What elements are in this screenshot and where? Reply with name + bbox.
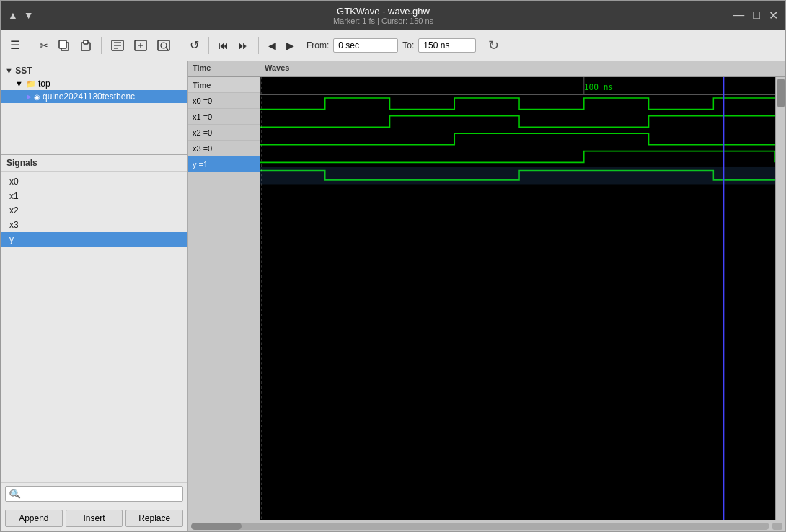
wave-signal-x2[interactable]: x2 =0 xyxy=(188,125,260,141)
right-scrollbar[interactable] xyxy=(775,77,785,520)
menu-button[interactable]: ☰ xyxy=(6,36,24,54)
folder-icon: 📁 xyxy=(26,79,36,89)
main-window: ▲ ▼ GTKWave - wave.ghw Marker: 1 fs | Cu… xyxy=(0,0,786,532)
signal-item-x3[interactable]: x3 xyxy=(1,218,187,232)
titlebar-left: ▲ ▼ xyxy=(8,9,34,21)
signal-item-y[interactable]: y xyxy=(1,232,187,247)
time-range: From: To: ↻ xyxy=(306,35,503,56)
action-buttons: Append Insert Replace xyxy=(1,505,187,531)
append-button[interactable]: Append xyxy=(5,510,63,527)
svg-point-12 xyxy=(161,43,167,48)
module-icon: ◉ xyxy=(34,93,40,101)
wave-signal-x1[interactable]: x1 =0 xyxy=(188,109,260,125)
toolbar: ☰ ✂ ↺ ⏮ ⏭ ◀ ▶ From: To: ↻ xyxy=(1,30,785,61)
wave-signal-x3[interactable]: x3 =0 xyxy=(188,141,260,156)
signals-section: Signals x0 x1 x2 x3 y Append Insert Repl… xyxy=(1,155,187,531)
prev-button[interactable]: ◀ xyxy=(265,37,280,53)
search-input[interactable] xyxy=(5,486,183,502)
sst-section: ▼ SST ▼ 📁 top ▶ ◉ quine20241130testbenc xyxy=(1,61,187,155)
signal-item-x1[interactable]: x1 xyxy=(1,189,187,203)
waveform-canvas[interactable]: 100 ns xyxy=(260,77,775,520)
zoom-range-button[interactable] xyxy=(131,37,151,53)
svg-line-13 xyxy=(166,48,168,50)
titlebar: ▲ ▼ GTKWave - wave.ghw Marker: 1 fs | Cu… xyxy=(1,1,785,30)
svg-text:100 ns: 100 ns xyxy=(584,81,613,92)
main-content: ▼ SST ▼ 📁 top ▶ ◉ quine20241130testbenc xyxy=(1,61,785,531)
next-button[interactable]: ▶ xyxy=(283,37,298,53)
sst-item-quine-label: quine20241130testbenc xyxy=(43,92,135,102)
folder-open-icon: ▼ xyxy=(15,79,23,88)
minimize-button[interactable]: — xyxy=(733,9,744,22)
insert-button[interactable]: Insert xyxy=(66,510,123,527)
svg-rect-3 xyxy=(84,40,88,44)
undo-button[interactable]: ↺ xyxy=(186,36,203,54)
wave-signal-y[interactable]: y =1 xyxy=(188,156,260,172)
paste-button[interactable] xyxy=(76,37,95,53)
toolbar-sep-4 xyxy=(208,37,209,54)
waveform-svg: 100 ns xyxy=(260,77,775,520)
wave-header-row: Time Waves xyxy=(188,61,785,77)
module-arrow-icon: ▶ xyxy=(27,93,32,100)
sst-item-top[interactable]: ▼ 📁 top xyxy=(1,77,187,90)
hscroll-bar xyxy=(188,520,785,531)
sst-item-quine[interactable]: ▶ ◉ quine20241130testbenc xyxy=(1,90,187,103)
window-title: GTKWave - wave.ghw xyxy=(337,6,430,17)
zoom-fit-button[interactable] xyxy=(107,37,128,53)
corner-box xyxy=(772,523,782,530)
replace-button[interactable]: Replace xyxy=(125,510,183,527)
svg-rect-18 xyxy=(260,167,775,185)
titlebar-up-arrow[interactable]: ▲ xyxy=(8,9,18,21)
titlebar-down-arrow[interactable]: ▼ xyxy=(24,9,34,21)
wave-signal-x0[interactable]: x0 =0 xyxy=(188,93,260,109)
sst-item-top-label: top xyxy=(38,79,50,89)
vscroll-thumb[interactable] xyxy=(777,79,785,107)
toolbar-sep-3 xyxy=(180,37,180,54)
copy-button[interactable] xyxy=(55,37,74,53)
hscroll-thumb[interactable] xyxy=(191,523,242,530)
svg-rect-1 xyxy=(59,40,66,48)
from-input[interactable] xyxy=(333,38,398,53)
waves-col-header: Waves xyxy=(260,61,785,76)
titlebar-controls: — □ ✕ xyxy=(733,9,778,22)
last-button[interactable]: ⏭ xyxy=(235,37,252,53)
from-label: From: xyxy=(306,40,329,50)
wave-signal-time-header: Time xyxy=(188,77,260,93)
zoom-cursor-button[interactable] xyxy=(154,37,174,53)
hscroll-track[interactable] xyxy=(191,523,769,530)
to-input[interactable] xyxy=(418,38,476,53)
signals-header: Signals xyxy=(1,155,187,172)
first-button[interactable]: ⏮ xyxy=(215,37,232,53)
signal-item-x0[interactable]: x0 xyxy=(1,174,187,189)
search-bar xyxy=(1,482,187,505)
toolbar-sep-5 xyxy=(258,37,259,54)
reload-button[interactable]: ↻ xyxy=(485,35,503,56)
signal-item-x2[interactable]: x2 xyxy=(1,203,187,218)
titlebar-center: GTKWave - wave.ghw Marker: 1 fs | Cursor… xyxy=(333,6,433,25)
close-button[interactable]: ✕ xyxy=(769,9,778,22)
signals-col-header: Time xyxy=(188,61,260,76)
toolbar-sep-2 xyxy=(101,37,102,54)
signals-list: x0 x1 x2 x3 y xyxy=(1,172,187,482)
wave-signals-col: Time x0 =0 x1 =0 x2 =0 x3 =0 y =1 xyxy=(188,77,260,520)
window-subtitle: Marker: 1 fs | Cursor: 150 ns xyxy=(333,17,433,25)
cut-button[interactable]: ✂ xyxy=(36,37,52,53)
wave-grid: Time x0 =0 x1 =0 x2 =0 x3 =0 y =1 100 ns xyxy=(188,77,785,520)
toolbar-sep-1 xyxy=(30,37,30,54)
waveform-section: Time Waves Time x0 =0 x1 =0 x2 =0 x3 =0 … xyxy=(188,61,785,531)
maximize-button[interactable]: □ xyxy=(753,9,760,22)
left-panel: ▼ SST ▼ 📁 top ▶ ◉ quine20241130testbenc xyxy=(1,61,188,531)
to-label: To: xyxy=(402,40,414,50)
sst-header: ▼ SST xyxy=(1,64,187,77)
